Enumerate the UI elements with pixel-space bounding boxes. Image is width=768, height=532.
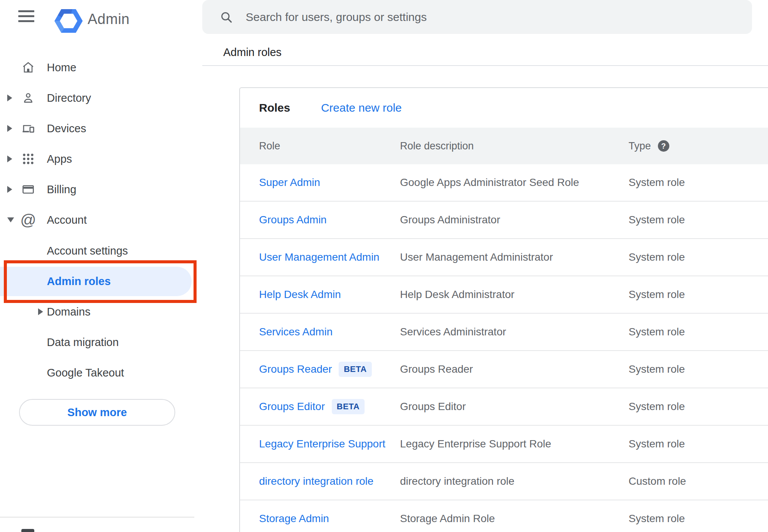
role-cell: Legacy Enterprise Support <box>259 438 400 450</box>
google-admin-console: Admin HomeDirectoryDevicesAppsBilling@Ac… <box>0 0 768 532</box>
role-link[interactable]: User Management Admin <box>259 251 379 263</box>
sidebar-subitem-label: Google Takeout <box>47 367 124 379</box>
role-type-cell: System role <box>629 288 685 301</box>
role-link[interactable]: Legacy Enterprise Support <box>259 438 386 450</box>
role-link[interactable]: Storage Admin <box>259 513 329 525</box>
menu-icon[interactable] <box>18 10 34 22</box>
role-type-cell: System role <box>629 513 685 525</box>
role-description-cell: User Management Administrator <box>400 251 629 263</box>
beta-badge: BETA <box>339 362 371 377</box>
role-cell: Storage Admin <box>259 513 400 525</box>
table-row: Groups EditorBETAGroups EditorSystem rol… <box>240 388 768 426</box>
at-sign-icon: @ <box>21 213 35 227</box>
role-cell: User Management Admin <box>259 251 400 263</box>
person-icon <box>21 91 35 105</box>
role-type-cell: System role <box>629 214 685 226</box>
search-placeholder: Search for users, groups or settings <box>246 11 427 24</box>
role-type-cell: System role <box>629 326 685 338</box>
table-row: Groups AdminGroups AdministratorSystem r… <box>240 202 768 239</box>
sidebar-item-account[interactable]: @Account <box>0 205 202 235</box>
table-row: Storage AdminStorage Admin RoleSystem ro… <box>240 500 768 532</box>
sidebar-item-home[interactable]: Home <box>0 52 202 83</box>
admin-logo-icon <box>54 8 83 34</box>
expand-arrow-icon[interactable] <box>7 186 12 193</box>
role-type-cell: System role <box>629 401 685 413</box>
column-header-role: Role <box>259 140 400 152</box>
search-input[interactable]: Search for users, groups or settings <box>202 0 752 34</box>
role-description-cell: Groups Administrator <box>400 214 629 226</box>
card-title: Roles <box>259 101 290 114</box>
home-icon <box>21 61 35 74</box>
sidebar-item-label: Apps <box>47 153 72 165</box>
sidebar-item-label: Home <box>47 61 76 74</box>
column-header-type: Type ? <box>629 140 669 152</box>
sidebar-item-directory[interactable]: Directory <box>0 83 202 113</box>
help-icon[interactable]: ? <box>658 140 669 152</box>
expand-arrow-icon[interactable] <box>7 125 12 132</box>
table-row: Groups ReaderBETAGroups ReaderSystem rol… <box>240 351 768 388</box>
role-description-cell: Google Apps Administrator Seed Role <box>400 176 629 189</box>
role-cell: Super Admin <box>259 176 400 189</box>
sidebar-subitem-admin-roles[interactable]: Admin roles <box>0 266 202 296</box>
sidebar-item-label: Account <box>47 214 87 226</box>
sidebar-bottom-divider <box>0 517 194 518</box>
expand-arrow-icon[interactable] <box>7 95 12 101</box>
breadcrumb: Admin roles <box>223 46 282 59</box>
role-cell: Groups ReaderBETA <box>259 362 400 377</box>
sidebar-item-label: Billing <box>47 183 76 196</box>
sidebar-item-devices[interactable]: Devices <box>0 113 202 144</box>
sidebar-subitem-label: Domains <box>47 306 90 318</box>
sidebar-subitem-label: Data migration <box>47 336 119 349</box>
role-description-cell: Groups Reader <box>400 363 629 375</box>
role-link[interactable]: Super Admin <box>259 176 320 189</box>
role-link[interactable]: Help Desk Admin <box>259 288 341 301</box>
create-new-role-link[interactable]: Create new role <box>321 101 402 114</box>
header-divider <box>202 65 768 66</box>
role-description-cell: Storage Admin Role <box>400 513 629 525</box>
sidebar-item-label: Devices <box>47 122 86 135</box>
column-header-description: Role description <box>400 140 629 152</box>
role-cell: Groups Admin <box>259 214 400 226</box>
expand-arrow-icon[interactable] <box>7 155 12 162</box>
sidebar-item-billing[interactable]: Billing <box>0 174 202 205</box>
role-cell: Services Admin <box>259 326 400 338</box>
sidebar-item-apps[interactable]: Apps <box>0 144 202 174</box>
role-description-cell: directory integration role <box>400 475 629 487</box>
table-row: directory integration roledirectory inte… <box>240 463 768 500</box>
sidebar-subitem-domains[interactable]: Domains <box>0 296 202 327</box>
role-cell: Groups EditorBETA <box>259 399 400 414</box>
role-description-cell: Legacy Enterprise Support Role <box>400 438 629 450</box>
table-header-row: Role Role description Type ? <box>240 128 768 164</box>
expand-arrow-icon[interactable] <box>38 308 43 315</box>
role-type-cell: System role <box>629 363 685 375</box>
table-body: Super AdminGoogle Apps Administrator See… <box>240 164 768 532</box>
collapse-arrow-icon[interactable] <box>7 218 14 223</box>
role-link[interactable]: directory integration role <box>259 475 373 487</box>
sidebar-subitem-label: Admin roles <box>47 275 111 288</box>
role-type-cell: System role <box>629 438 685 450</box>
role-description-cell: Help Desk Administrator <box>400 288 629 301</box>
role-link[interactable]: Services Admin <box>259 326 333 338</box>
role-type-cell: System role <box>629 176 685 189</box>
sidebar-subitem-label: Account settings <box>47 245 128 257</box>
role-cell: directory integration role <box>259 475 400 487</box>
sidebar: Admin HomeDirectoryDevicesAppsBilling@Ac… <box>0 0 202 532</box>
table-row: Super AdminGoogle Apps Administrator See… <box>240 164 768 202</box>
show-more-button[interactable]: Show more <box>19 399 175 426</box>
role-link[interactable]: Groups Editor <box>259 401 325 413</box>
roles-card: Roles Create new role Role Role descript… <box>239 87 768 532</box>
devices-icon <box>21 122 35 135</box>
table-row: Services AdminServices AdministratorSyst… <box>240 314 768 351</box>
role-type-cell: Custom role <box>629 475 686 487</box>
roles-card-header: Roles Create new role <box>240 88 768 128</box>
role-description-cell: Services Administrator <box>400 326 629 338</box>
brand-title: Admin <box>88 11 130 27</box>
sidebar-subitem-account-settings[interactable]: Account settings <box>0 236 202 266</box>
apps-grid-icon <box>21 152 35 166</box>
sidebar-subitem-google-takeout[interactable]: Google Takeout <box>0 357 202 388</box>
sidebar-subitem-data-migration[interactable]: Data migration <box>0 327 202 357</box>
role-link[interactable]: Groups Admin <box>259 214 326 226</box>
credit-card-icon <box>21 183 35 196</box>
role-link[interactable]: Groups Reader <box>259 363 332 375</box>
table-row: User Management AdminUser Management Adm… <box>240 239 768 276</box>
